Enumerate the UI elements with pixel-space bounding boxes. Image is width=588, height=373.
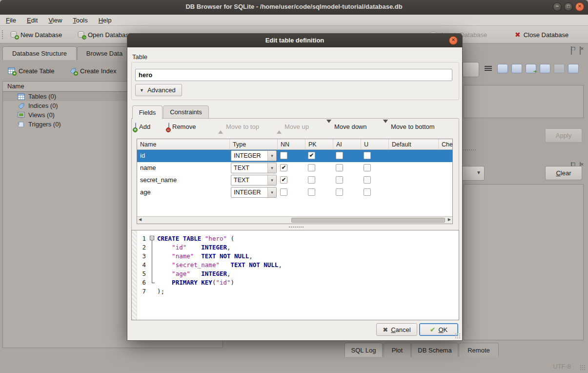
dock-tab-sql-log[interactable]: SQL Log — [345, 343, 383, 357]
column-header-name[interactable]: Name — [137, 139, 230, 150]
maximize-icon[interactable]: □ — [564, 2, 573, 11]
ai-checkbox[interactable] — [336, 188, 343, 196]
null-toggle-icon[interactable] — [554, 64, 565, 73]
scroll-right-icon[interactable]: ▶ — [448, 217, 451, 222]
dropdown-arrow-icon[interactable]: ▾ — [267, 163, 276, 173]
menu-edit[interactable]: Edit — [27, 17, 38, 24]
u-checkbox[interactable] — [364, 152, 371, 159]
cancel-label: Cancel — [391, 326, 410, 333]
menu-view[interactable]: View — [48, 17, 62, 24]
pk-checkbox[interactable] — [308, 176, 315, 184]
create-index-button[interactable]: + Create Index — [69, 64, 116, 77]
pk-checkbox[interactable]: ✔ — [308, 152, 315, 159]
print-icon[interactable] — [568, 64, 579, 73]
column-header-type[interactable]: Type — [230, 139, 278, 150]
nn-checkbox[interactable]: ✔ — [280, 164, 287, 171]
advanced-button[interactable]: ▼ Advanced — [135, 84, 182, 96]
field-row-age[interactable]: ageINTEGER▾ — [137, 186, 453, 199]
field-name[interactable]: name — [140, 164, 156, 171]
type-dropdown[interactable]: INTEGER▾ — [231, 150, 277, 161]
close-icon[interactable]: ✕ — [575, 2, 584, 11]
tab-browse-data[interactable]: Browse Data — [77, 46, 132, 60]
field-row-id[interactable]: idINTEGER▾✔ — [137, 150, 453, 162]
action-label: Add — [139, 123, 150, 130]
scroll-left-icon[interactable]: ◀ — [139, 217, 142, 222]
type-dropdown[interactable]: TEXT▾ — [231, 175, 277, 186]
u-checkbox[interactable] — [364, 164, 371, 171]
link-icon[interactable] — [540, 64, 550, 73]
clear-button[interactable]: Clear — [545, 166, 582, 180]
open-database-label: Open Database — [88, 31, 132, 39]
field-row-name[interactable]: nameTEXT▾✔ — [137, 162, 453, 174]
close-database-button[interactable]: ✖ Close Database — [515, 29, 568, 41]
import-mode-icon[interactable] — [483, 64, 494, 73]
open-file-icon[interactable] — [497, 64, 508, 73]
open-database-button[interactable]: → Open Database — [77, 29, 132, 41]
new-database-button[interactable]: + New Database — [10, 29, 62, 41]
sql-preview[interactable]: 1234567 CREATE TABLE "hero" ( "id" INTEG… — [131, 230, 459, 320]
column-header-default[interactable]: Default — [389, 139, 439, 150]
add-button[interactable]: +Add — [135, 121, 150, 133]
nn-checkbox[interactable]: ✔ — [280, 176, 287, 184]
move-down-button[interactable]: Move down — [326, 121, 366, 133]
line-number: 2 — [137, 243, 148, 252]
column-header-check[interactable]: Check — [439, 139, 453, 150]
export-icon[interactable]: ➜ — [526, 64, 536, 73]
column-header-ai[interactable]: AI — [333, 139, 361, 150]
dialog-splitter[interactable] — [288, 226, 304, 228]
save-file-icon[interactable] — [511, 64, 522, 73]
dialog-titlebar[interactable]: Edit table definition — [127, 34, 462, 47]
dock-float-icon[interactable]: ❐ — [571, 46, 572, 55]
tab-database-structure[interactable]: Database Structure — [2, 46, 77, 60]
column-header-u[interactable]: U — [361, 139, 389, 150]
dropdown-arrow-icon[interactable]: ▾ — [267, 187, 276, 197]
line-number: 5 — [137, 269, 148, 278]
cancel-button[interactable]: ✖ Cancel — [376, 323, 417, 336]
toolbar-drag-handle[interactable] — [1, 30, 4, 40]
tab-fields[interactable]: Fields — [132, 105, 162, 119]
ok-button[interactable]: ✔ OK — [419, 323, 458, 336]
pk-checkbox[interactable] — [308, 188, 315, 196]
dropdown-arrow-icon[interactable]: ▾ — [267, 151, 276, 161]
dropdown-arrow-icon[interactable]: ▾ — [267, 175, 276, 185]
menu-tools[interactable]: Tools — [73, 17, 87, 24]
sql-line: "age" INTEGER, — [157, 269, 458, 278]
dialog-close-icon[interactable]: ✕ — [449, 36, 458, 45]
field-row-secret_name[interactable]: secret_nameTEXT▾✔ — [137, 174, 453, 186]
u-checkbox[interactable] — [364, 188, 371, 196]
menu-help[interactable]: Help — [99, 17, 112, 24]
menu-file[interactable]: File — [6, 17, 16, 24]
type-dropdown[interactable]: INTEGER▾ — [231, 187, 277, 198]
dock-tab-db-schema[interactable]: DB Schema — [411, 343, 458, 357]
menubar: FileEditViewToolsHelp — [0, 15, 588, 26]
window-resize-grip[interactable] — [580, 365, 586, 371]
create-table-button[interactable]: + Create Table — [8, 64, 54, 77]
field-name[interactable]: age — [140, 188, 151, 196]
field-name[interactable]: secret_name — [140, 176, 177, 184]
dialog-resize-grip[interactable] — [455, 333, 461, 339]
dock-splitter[interactable] — [461, 149, 476, 151]
ai-checkbox[interactable] — [336, 152, 343, 159]
dock-close-icon[interactable]: ✕ — [580, 46, 581, 55]
column-header-nn[interactable]: NN — [278, 139, 305, 150]
tab-constraints[interactable]: Constraints — [163, 105, 209, 119]
field-name[interactable]: id — [140, 152, 145, 159]
type-dropdown[interactable]: TEXT▾ — [231, 163, 277, 173]
table-name-input[interactable] — [135, 69, 452, 81]
ai-checkbox[interactable] — [336, 176, 343, 184]
nn-checkbox[interactable] — [280, 188, 287, 196]
dock-tab-plot[interactable]: Plot — [384, 343, 411, 357]
dock-tab-remote[interactable]: Remote — [459, 343, 499, 357]
nn-checkbox[interactable] — [280, 152, 287, 159]
move-to-bottom-button[interactable]: Move to bottom — [383, 121, 435, 133]
horizontal-scrollbar[interactable]: ◀ ▶ — [137, 216, 452, 224]
ai-checkbox[interactable] — [336, 164, 343, 171]
fold-collapse-icon[interactable] — [150, 236, 154, 240]
pk-checkbox[interactable] — [308, 164, 315, 171]
column-header-pk[interactable]: PK — [305, 139, 333, 150]
scrollbar-thumb[interactable] — [291, 218, 445, 223]
remove-button[interactable]: –Remove — [168, 121, 196, 133]
window-titlebar[interactable]: DB Browser for SQLite - /home/user/code/… — [0, 0, 588, 15]
minimize-icon[interactable]: – — [553, 2, 562, 11]
u-checkbox[interactable] — [364, 176, 371, 184]
